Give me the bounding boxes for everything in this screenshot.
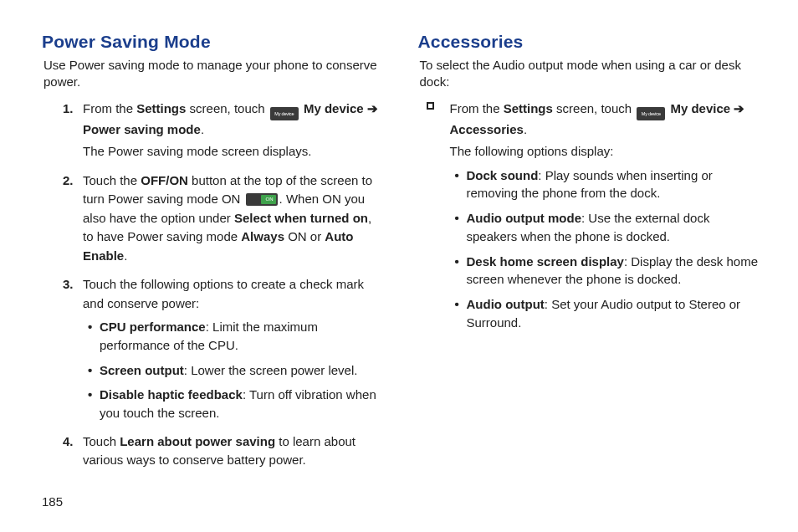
offon-bold: OFF/ON xyxy=(141,173,188,187)
lead-power-saving: Use Power saving mode to manage your pho… xyxy=(43,57,385,91)
learn-bold: Learn about power saving xyxy=(120,434,275,448)
accessories-bold: Accessories xyxy=(450,122,524,136)
settings-bold: Settings xyxy=(136,101,186,115)
bullet-label: Audio output xyxy=(467,297,545,311)
heading-accessories: Accessories xyxy=(418,32,761,52)
bullet-label: Dock sound xyxy=(467,168,539,182)
step-3: 3. Touch the following options to create… xyxy=(63,275,385,422)
my-device-bold: My device xyxy=(300,101,367,115)
my-device-icon xyxy=(270,107,299,120)
page-number: 185 xyxy=(42,494,63,509)
bullet-label: Desk home screen display xyxy=(467,254,624,269)
settings-bold: Settings xyxy=(504,101,553,115)
step-number: 2. xyxy=(63,171,74,191)
bullet-label: Disable haptic feedback xyxy=(100,387,243,402)
text: From the xyxy=(450,101,504,115)
step-4: 4. Touch Learn about power saving to lea… xyxy=(63,432,385,470)
text: ON or xyxy=(284,229,325,243)
text: . xyxy=(524,122,527,136)
text: screen, touch xyxy=(186,101,268,115)
always-bold: Always xyxy=(241,229,284,243)
left-column: Power Saving Mode Use Power saving mode … xyxy=(42,32,385,515)
text: From the xyxy=(83,101,136,115)
arrow-icon: ➔ xyxy=(734,101,744,115)
bullet-cpu: CPU performance: Limit the maximum perfo… xyxy=(88,318,385,355)
manual-page: Power Saving Mode Use Power saving mode … xyxy=(0,0,798,532)
lead-accessories: To select the Audio output mode when usi… xyxy=(420,57,761,91)
steps-list-left: 1. From the Settings screen, touch My de… xyxy=(42,100,385,470)
bullet-audio-output-mode: Audio output mode: Use the external dock… xyxy=(455,209,761,246)
bullet-label: Screen output xyxy=(100,363,184,377)
text: . xyxy=(124,248,127,263)
heading-power-saving: Power Saving Mode xyxy=(42,32,385,52)
bullet-screen: Screen output: Lower the screen power le… xyxy=(88,361,385,380)
bullet-dock-sound: Dock sound: Play sounds when inserting o… xyxy=(455,166,761,203)
text: Touch the xyxy=(83,173,141,187)
text: screen, touch xyxy=(553,101,635,115)
step-accessories: From the Settings screen, touch My devic… xyxy=(427,100,761,332)
right-column: Accessories To select the Audio output m… xyxy=(418,32,761,515)
my-device-bold: My device xyxy=(667,101,734,115)
bullet-haptic: Disable haptic feedback: Turn off vibrat… xyxy=(88,386,385,422)
bullet-label: Audio output mode xyxy=(467,211,581,225)
bullet-label: CPU performance xyxy=(100,320,206,334)
text: . xyxy=(201,122,204,136)
square-bullet-icon xyxy=(427,102,434,110)
bullet-desk-home: Desk home screen display: Display the de… xyxy=(455,253,761,289)
steps-list-right: From the Settings screen, touch My devic… xyxy=(418,100,761,332)
power-saving-mode-bold: Power saving mode xyxy=(83,122,201,136)
select-bold: Select when turned on xyxy=(234,211,368,225)
arrow-icon: ➔ xyxy=(367,101,378,115)
bullet-audio-output: Audio output: Set your Audio output to S… xyxy=(455,295,761,332)
step-3-intro: Touch the following options to create a … xyxy=(83,277,364,310)
step-1: 1. From the Settings screen, touch My de… xyxy=(63,100,385,161)
after-text: The following options display: xyxy=(450,142,761,161)
step-3-bullets: CPU performance: Limit the maximum perfo… xyxy=(83,318,385,422)
step-number: 3. xyxy=(63,275,74,294)
on-toggle-icon xyxy=(246,193,278,206)
my-device-icon xyxy=(637,107,665,120)
step-1-after: The Power saving mode screen displays. xyxy=(83,142,385,161)
step-2: 2. Touch the OFF/ON button at the top of… xyxy=(63,171,385,266)
step-number: 1. xyxy=(63,100,74,119)
step-number: 4. xyxy=(63,432,74,452)
text: Touch xyxy=(83,434,120,448)
bullet-text: : Lower the screen power level. xyxy=(184,363,358,377)
accessories-bullets: Dock sound: Play sounds when inserting o… xyxy=(450,166,761,332)
